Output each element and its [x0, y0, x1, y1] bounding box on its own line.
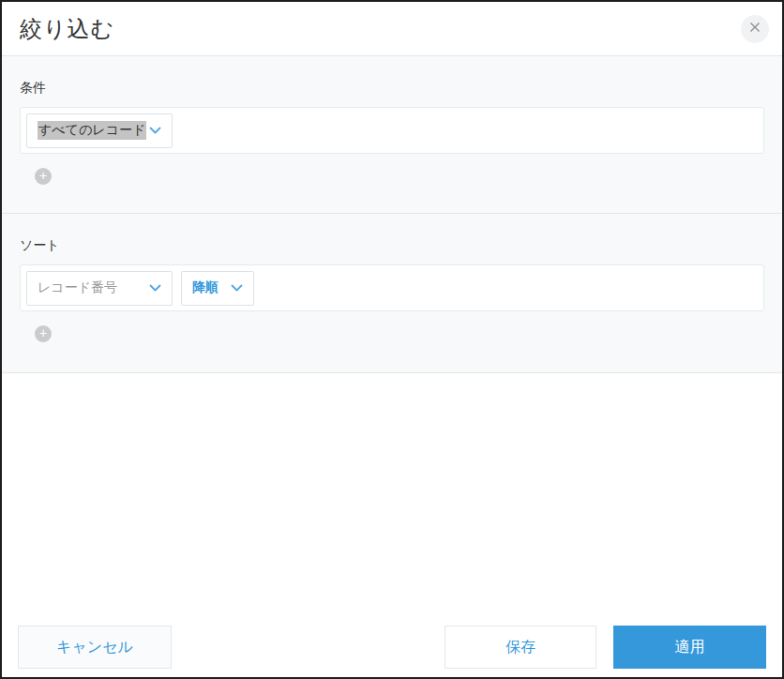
condition-section: 条件 すべてのレコード + — [2, 56, 782, 214]
condition-field-value: すべてのレコード — [38, 121, 146, 140]
chevron-down-icon — [231, 280, 243, 295]
close-button[interactable] — [741, 15, 769, 43]
cancel-button[interactable]: キャンセル — [18, 626, 172, 669]
condition-row: すべてのレコード — [20, 107, 764, 154]
sort-field-value: レコード番号 — [38, 279, 117, 296]
dialog-title: 絞り込む — [20, 14, 114, 44]
footer-right-group: 保存 適用 — [445, 626, 766, 669]
chevron-down-icon — [149, 123, 161, 138]
sort-section: ソート レコード番号 降順 + — [2, 214, 782, 373]
condition-section-label: 条件 — [20, 80, 764, 97]
apply-button[interactable]: 適用 — [613, 626, 766, 669]
filter-dialog: 絞り込む 条件 すべてのレコード + — [0, 0, 784, 679]
plus-icon: + — [39, 168, 47, 183]
sort-section-label: ソート — [20, 237, 764, 254]
sort-field-dropdown[interactable]: レコード番号 — [26, 271, 173, 306]
chevron-down-icon — [149, 280, 161, 295]
add-condition-button[interactable]: + — [35, 168, 52, 185]
condition-field-dropdown[interactable]: すべてのレコード — [26, 113, 173, 148]
dialog-footer: キャンセル 保存 適用 — [2, 626, 782, 677]
sort-order-value: 降順 — [192, 279, 219, 296]
close-icon — [749, 22, 761, 36]
sort-order-dropdown[interactable]: 降順 — [181, 271, 254, 306]
dialog-header: 絞り込む — [2, 2, 782, 56]
add-sort-button[interactable]: + — [35, 325, 52, 342]
save-button[interactable]: 保存 — [445, 626, 596, 669]
sort-row: レコード番号 降順 — [20, 264, 764, 311]
plus-icon: + — [39, 325, 47, 340]
